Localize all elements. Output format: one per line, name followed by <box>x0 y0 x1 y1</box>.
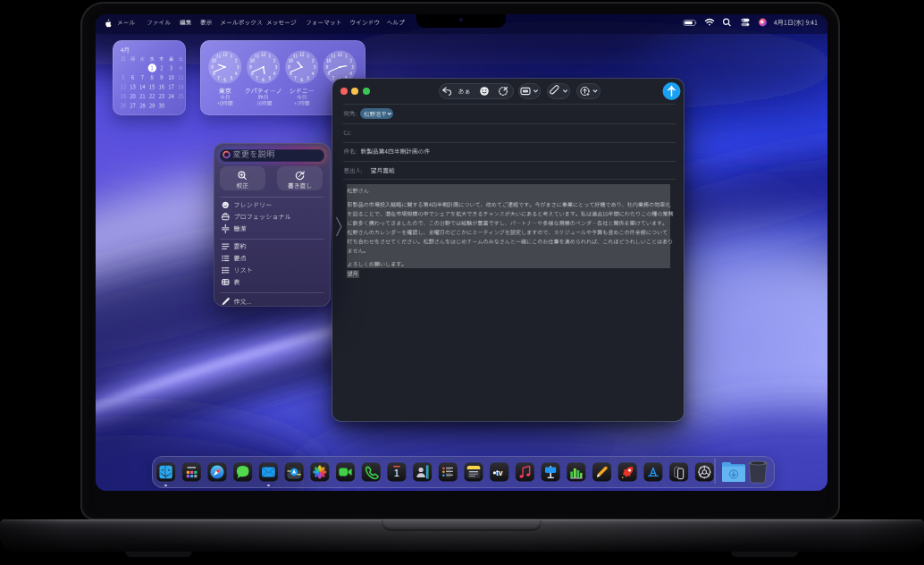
svg-text:1: 1 <box>394 468 399 478</box>
svg-text:tv: tv <box>496 468 503 477</box>
